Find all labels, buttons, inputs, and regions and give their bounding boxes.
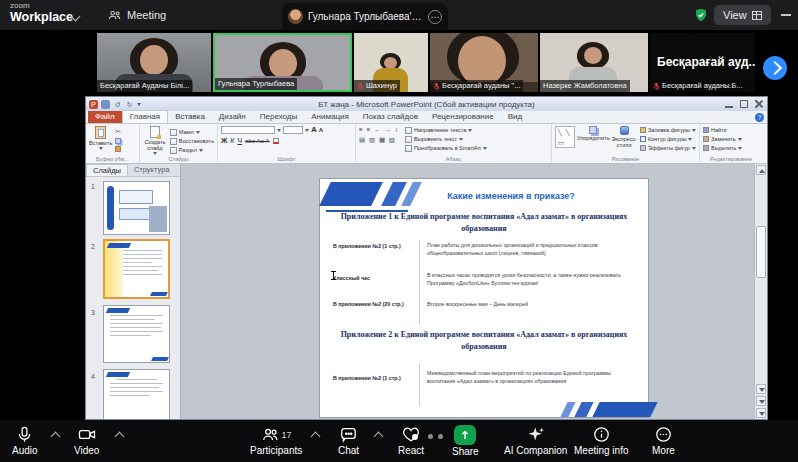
font-name-combobox[interactable] [221, 126, 275, 134]
font-color-button[interactable] [273, 138, 279, 144]
window-minimize-icon[interactable] [781, 14, 791, 16]
ppt-title-bar[interactable]: P ↺ ↻ БТ жаңа - Microsoft PowerPoint (Сб… [86, 97, 767, 111]
strikethrough-button[interactable]: abc Аа А [245, 138, 269, 144]
slide-title[interactable]: Какие изменения в приказе? [416, 191, 606, 201]
table-row-label[interactable]: В приложении №2 (1 стр.) [333, 375, 415, 382]
participant-video-6[interactable]: Бесқарағай ауд... Бесқарағай ауданы.Б... [650, 33, 755, 92]
undo-icon[interactable]: ↺ [113, 100, 122, 109]
ribbon-tab-slideshow[interactable]: Показ слайдов [356, 111, 425, 123]
ribbon-tab-transitions[interactable]: Переходы [253, 111, 305, 123]
participant-video-2-active-speaker[interactable]: Гульнара Турлыбаева [213, 33, 352, 92]
ribbon-tab-design[interactable]: Дизайн [212, 111, 253, 123]
table-row-label[interactable]: Классный час [333, 275, 415, 282]
new-slide-button[interactable]: Создать слайд [143, 126, 167, 155]
ppt-close-icon[interactable] [755, 100, 763, 108]
quick-styles-button[interactable]: Экспресс-стили [611, 126, 637, 152]
slide-thumbnail-4[interactable] [103, 369, 170, 419]
shape-outline-button[interactable]: Контур фигуры [640, 135, 696, 143]
arrange-button[interactable]: Упорядочить [578, 126, 608, 152]
participant-video-5[interactable]: Назерке Жамболатовна [540, 33, 648, 92]
section-button[interactable]: Раздел [170, 146, 214, 154]
view-button[interactable]: View [714, 5, 771, 25]
reaction-dot[interactable] [438, 434, 443, 439]
ribbon-tab-insert[interactable]: Вставка [168, 111, 212, 123]
slide-editing-area[interactable]: Какие изменения в приказе? Приложение 1 … [181, 164, 754, 419]
layout-button[interactable]: Макет [170, 128, 214, 136]
shape-effects-button[interactable]: Эффекты фигур [640, 144, 696, 152]
audio-options-chevron-icon[interactable] [51, 432, 61, 442]
panel-tab-outline[interactable]: Структура [128, 164, 176, 176]
cut-icon[interactable]: ✂ [115, 128, 121, 136]
ribbon-tab-view[interactable]: Вид [501, 111, 529, 123]
reaction-dot[interactable] [428, 434, 433, 439]
current-slide[interactable]: Какие изменения в приказе? Приложение 1 … [320, 179, 648, 417]
scrollbar-thumb[interactable] [756, 226, 766, 278]
ribbon-tab-home[interactable]: Главная [122, 110, 168, 123]
ppt-maximize-icon[interactable] [740, 100, 748, 108]
participant-video-3[interactable]: Шахинур [354, 33, 428, 92]
next-participants-button[interactable] [763, 56, 787, 80]
slide-thumbnail-1[interactable] [103, 181, 170, 235]
vertical-scrollbar[interactable] [754, 164, 767, 419]
ppt-minimize-icon[interactable] [725, 100, 733, 108]
underline-button[interactable]: Ч [237, 137, 242, 144]
share-button[interactable]: Share [452, 425, 479, 458]
chat-button[interactable]: Chat [338, 425, 359, 457]
table-row-label[interactable]: В приложении №2 (20 стр.) [333, 301, 415, 308]
chat-options-chevron-icon[interactable] [374, 432, 384, 442]
table-row-label[interactable]: В приложении №2 (1 стр.) [333, 243, 415, 250]
participants-button[interactable]: 17 Participants [250, 425, 302, 457]
paragraph-buttons-row2[interactable]: ▤ ▥ ▦ ▧ [359, 136, 399, 144]
qat-dropdown-icon[interactable] [137, 103, 141, 106]
bold-button[interactable]: Ж [221, 137, 227, 144]
ribbon-tab-file[interactable]: Файл [88, 111, 122, 123]
audio-button[interactable]: Audio [12, 425, 38, 457]
tab-options-ellipsis-icon[interactable] [428, 10, 442, 24]
paragraph-buttons-row1[interactable]: ≡ ≡ ← → ↕ [359, 126, 399, 133]
next-slide-icon[interactable] [756, 408, 766, 418]
previous-slide-icon[interactable] [756, 396, 766, 406]
save-icon[interactable] [101, 100, 110, 109]
increase-font-icon[interactable]: А [311, 126, 317, 134]
text-direction-button[interactable]: Направление текста [405, 126, 487, 134]
scroll-down-icon[interactable] [756, 384, 766, 394]
align-text-button[interactable]: Выровнять текст [405, 135, 487, 143]
panel-tab-slides[interactable]: Слайды [86, 164, 128, 176]
shape-fill-button[interactable]: Заливка фигуры [640, 126, 696, 134]
shapes-gallery[interactable]: ╲ ╲ ▭ ○ ▭ △ ▽ ◇ ☆ [555, 126, 575, 148]
participant-video-4[interactable]: Бесқарағай ауданы "... [430, 33, 538, 92]
video-options-chevron-icon[interactable] [115, 432, 125, 442]
reaction-skin-tone-dot[interactable] [412, 434, 418, 440]
table-row-text[interactable]: План работы для дошкольных организаций и… [427, 242, 637, 257]
slide-heading-1[interactable]: Приложение 1 к Единой программе воспитан… [334, 211, 634, 235]
more-button[interactable]: More [652, 425, 675, 457]
paste-button[interactable]: Вставить [89, 126, 112, 152]
replace-button[interactable]: Заменить [703, 135, 759, 143]
react-button[interactable]: React [398, 425, 424, 457]
table-row-text[interactable]: Межведомственный план мероприятий по реа… [427, 370, 637, 385]
ribbon-tab-review[interactable]: Рецензирование [425, 111, 501, 123]
slide-thumbnail-3[interactable] [103, 305, 170, 363]
quick-access-toolbar[interactable]: P ↺ ↻ [89, 100, 141, 109]
ai-companion-button[interactable]: AI Companion [504, 425, 567, 457]
italic-button[interactable]: К [230, 137, 234, 144]
convert-smartart-button[interactable]: Преобразовать в SmartArt [405, 144, 487, 152]
security-shield-icon[interactable] [693, 7, 709, 27]
redo-icon[interactable]: ↻ [125, 100, 134, 109]
table-row-text[interactable]: В классных часах проводятся уроки безопа… [427, 272, 637, 287]
participant-video-1[interactable]: Бесқарағай Ауданы Білі... [97, 33, 211, 92]
meeting-info-button[interactable]: Meeting info [574, 425, 628, 457]
slide-heading-2[interactable]: Приложение 2 к Единой программе воспитан… [334, 329, 634, 353]
font-size-combobox[interactable] [283, 126, 303, 134]
scroll-up-icon[interactable] [756, 165, 766, 175]
video-button[interactable]: Video [74, 425, 99, 457]
table-row-text[interactable]: Второе воскресенье мая – День матерей [427, 301, 637, 309]
slide-thumbnail-2-selected[interactable] [103, 239, 170, 299]
decrease-font-icon[interactable]: А [319, 126, 323, 134]
ribbon-tab-animations[interactable]: Анимация [304, 111, 356, 123]
participants-options-chevron-icon[interactable] [311, 432, 321, 442]
help-icon[interactable] [755, 113, 764, 122]
tab-shared-screen[interactable]: Гульнара Турлыбаева's screen [282, 3, 448, 30]
tab-meeting[interactable]: Meeting [108, 0, 166, 30]
app-brand[interactable]: zoom Workplace [10, 2, 73, 24]
